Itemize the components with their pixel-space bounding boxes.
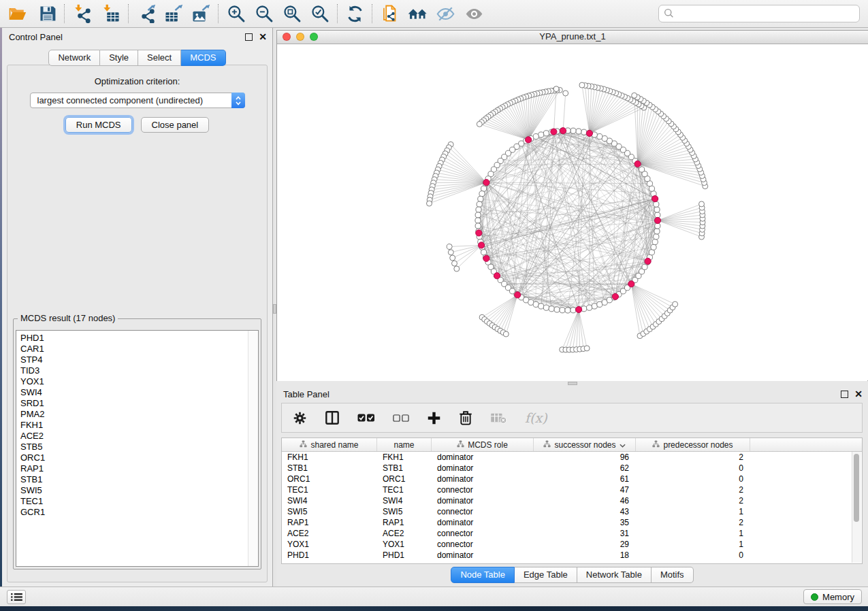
delete-icon[interactable] — [459, 410, 472, 425]
zoom-out-icon[interactable] — [255, 2, 274, 25]
zoom-in-icon[interactable] — [227, 2, 246, 25]
mcds-result-item[interactable]: FKH1 — [20, 420, 258, 431]
mcds-result-item[interactable]: PMA2 — [20, 409, 258, 420]
hide-selected-icon[interactable] — [436, 2, 455, 25]
table-row[interactable]: YOX1YOX1connector291 — [282, 539, 862, 550]
network-node[interactable] — [592, 303, 597, 309]
task-history-button[interactable] — [7, 590, 26, 604]
network-node[interactable] — [503, 331, 509, 337]
add-icon[interactable] — [427, 411, 441, 425]
network-node[interactable] — [543, 305, 549, 310]
import-table-icon[interactable] — [101, 2, 120, 25]
dominator-node[interactable] — [586, 130, 592, 136]
save-session-icon[interactable] — [39, 2, 57, 25]
network-node[interactable] — [560, 308, 565, 313]
network-node[interactable] — [649, 250, 654, 255]
tab-select[interactable]: Select — [138, 50, 181, 66]
column-header-shared-name[interactable]: shared name — [282, 438, 377, 451]
network-node[interactable] — [454, 266, 460, 271]
dominator-node[interactable] — [476, 230, 482, 236]
delete-table-icon[interactable] — [490, 412, 507, 424]
clone-network-icon[interactable] — [381, 2, 400, 25]
tab-edge-table[interactable]: Edge Table — [515, 567, 577, 583]
network-window-titlebar[interactable]: YPA_prune.txt_1 — [277, 31, 868, 44]
close-panel-button[interactable]: Close panel — [141, 117, 210, 133]
table-row[interactable]: RAP1RAP1dominator352 — [282, 517, 862, 528]
network-node[interactable] — [597, 134, 602, 139]
network-node[interactable] — [427, 201, 432, 206]
network-node[interactable] — [651, 244, 656, 250]
network-node[interactable] — [481, 186, 487, 191]
dominator-node[interactable] — [652, 196, 658, 202]
show-all-icon[interactable] — [464, 2, 484, 25]
run-mcds-button[interactable]: Run MCDS — [65, 117, 132, 133]
table-scrollbar[interactable] — [852, 452, 861, 563]
table-row[interactable]: PHD1PHD1dominator180 — [282, 550, 862, 561]
mcds-result-item[interactable]: SWI4 — [20, 387, 258, 398]
network-canvas[interactable] — [277, 44, 867, 381]
refresh-icon[interactable] — [346, 2, 364, 25]
network-node[interactable] — [654, 234, 659, 240]
dominator-node[interactable] — [645, 258, 651, 264]
network-node[interactable] — [533, 301, 539, 307]
network-node[interactable] — [476, 207, 481, 212]
export-network-icon[interactable] — [137, 2, 156, 25]
table-row[interactable]: TEC1TEC1connector472 — [282, 484, 862, 495]
export-table-icon[interactable] — [164, 2, 183, 25]
network-node[interactable] — [475, 218, 481, 223]
mcds-result-item[interactable]: TID3 — [20, 365, 258, 376]
network-node[interactable] — [652, 240, 658, 245]
network-node[interactable] — [655, 223, 660, 229]
column-header-mcds-role[interactable]: MCDS role — [432, 438, 534, 451]
optimization-criterion-select[interactable]: largest connected component (undirected) — [30, 93, 245, 108]
export-image-icon[interactable] — [191, 2, 210, 25]
open-file-icon[interactable] — [8, 2, 27, 25]
mcds-result-item[interactable]: ORC1 — [20, 452, 258, 463]
split-panel-icon[interactable] — [325, 410, 340, 425]
mcds-result-item[interactable]: ACE2 — [20, 431, 258, 442]
mcds-result-item[interactable]: SWI5 — [20, 485, 258, 496]
network-node[interactable] — [699, 201, 705, 207]
mcds-result-item[interactable]: CAR1 — [20, 344, 258, 354]
network-node[interactable] — [570, 308, 576, 313]
column-header-predecessor-nodes[interactable]: predecessor nodes — [636, 438, 750, 451]
network-node[interactable] — [452, 261, 457, 266]
memory-button[interactable]: Memory — [803, 589, 862, 604]
mcds-result-item[interactable]: STP4 — [20, 354, 258, 365]
deselect-all-rows-icon[interactable] — [393, 414, 409, 423]
tab-mcds[interactable]: MCDS — [181, 50, 225, 66]
network-node[interactable] — [563, 90, 568, 96]
network-node[interactable] — [553, 86, 559, 92]
mcds-result-item[interactable]: PHD1 — [20, 333, 258, 344]
network-node[interactable] — [655, 212, 660, 218]
search-input[interactable] — [658, 5, 860, 22]
network-node[interactable] — [543, 131, 549, 136]
tab-node-table[interactable]: Node Table — [451, 567, 515, 583]
table-row[interactable]: SWI5SWI5connector431 — [282, 506, 862, 517]
network-node[interactable] — [554, 307, 560, 312]
tab-network[interactable]: Network — [48, 50, 100, 66]
network-node[interactable] — [477, 121, 482, 127]
network-node[interactable] — [576, 129, 581, 134]
window-minimize-icon[interactable] — [296, 33, 304, 41]
mcds-result-item[interactable]: RAP1 — [20, 463, 258, 474]
mcds-result-item[interactable]: YOX1 — [20, 376, 258, 387]
network-node[interactable] — [479, 191, 485, 197]
network-node[interactable] — [478, 196, 483, 201]
dominator-node[interactable] — [628, 281, 634, 287]
mcds-result-item[interactable]: GCR1 — [20, 507, 258, 518]
mcds-result-item[interactable]: TEC1 — [20, 496, 258, 507]
network-node[interactable] — [539, 132, 544, 137]
network-node[interactable] — [475, 223, 481, 229]
close-panel-icon[interactable]: ✕ — [259, 33, 267, 41]
mcds-list-scrollbar[interactable] — [248, 331, 258, 566]
network-node[interactable] — [477, 201, 482, 207]
dominator-node[interactable] — [515, 292, 521, 298]
network-node[interactable] — [584, 346, 590, 351]
tab-network-table[interactable]: Network Table — [577, 567, 652, 583]
window-close-icon[interactable] — [283, 33, 291, 41]
tab-motifs[interactable]: Motifs — [652, 567, 694, 583]
tab-style[interactable]: Style — [100, 50, 138, 66]
dominator-node[interactable] — [576, 306, 582, 312]
first-neighbors-icon[interactable] — [407, 2, 428, 25]
